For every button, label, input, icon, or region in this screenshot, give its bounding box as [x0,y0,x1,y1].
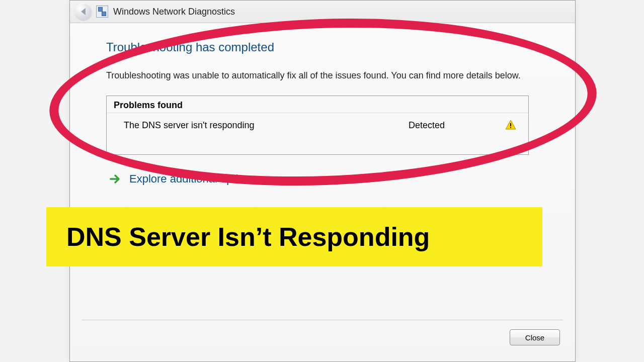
network-diagnostics-icon [96,6,108,18]
divider [82,320,563,320]
window-title: Windows Network Diagnostics [113,7,235,17]
dialog-body: Troubleshooting has completed Troublesho… [70,23,575,262]
page-heading: Troubleshooting has completed [106,40,545,54]
troubleshooter-dialog: Windows Network Diagnostics Troubleshoot… [69,0,576,362]
svg-rect-1 [510,127,511,128]
svg-rect-0 [510,123,511,126]
result-description: Troubleshooting was unable to automatica… [106,68,529,82]
arrow-right-icon [108,172,122,186]
problems-found-box: Problems found The DNS server isn't resp… [106,96,529,155]
warning-icon [504,119,517,131]
problems-found-header: Problems found [107,96,528,113]
explore-label: Explore additional options [129,172,256,186]
close-button[interactable]: Close [510,329,560,345]
explore-additional-options[interactable]: Explore additional options [106,172,545,186]
view-detailed-information[interactable]: View detailed information [106,251,207,262]
problem-row[interactable]: The DNS server isn't responding Detected [107,113,528,134]
back-button[interactable] [75,3,92,20]
title-bar: Windows Network Diagnostics [70,1,575,23]
arrow-left-icon [81,8,86,15]
problem-text: The DNS server isn't responding [124,120,409,131]
problem-status: Detected [409,120,504,131]
